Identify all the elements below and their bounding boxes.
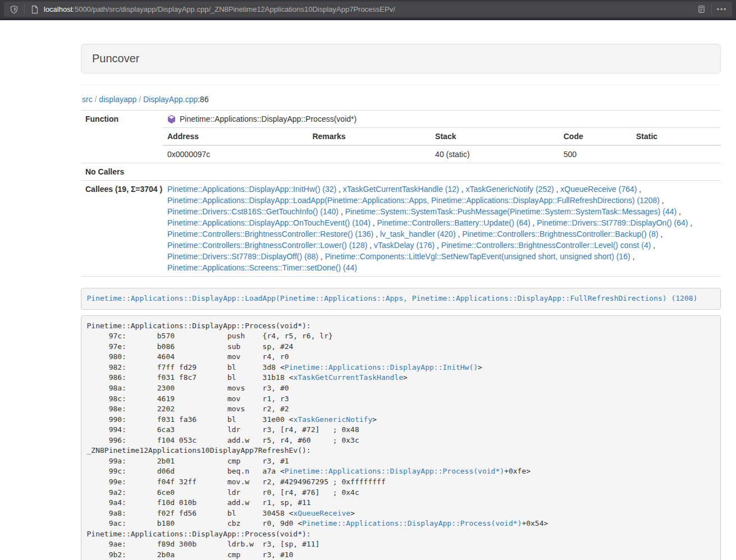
callee-link[interactable]: Pinetime::System::SystemTask::PushMessag… [345,207,677,216]
code-symbol-link[interactable]: Pinetime::Applications::DisplayApp::Proc… [285,467,504,475]
code-size-value: 500 [559,145,632,163]
breadcrumb-link[interactable]: src [82,95,93,104]
breadcrumb-link[interactable]: displayapp [99,95,136,104]
function-name-line: Pinetime::Applications::DisplayApp::Proc… [163,111,721,128]
callee-link[interactable]: Pinetime::Drivers::St7789::DisplayOn() (… [537,218,688,227]
page-icon[interactable] [29,4,40,15]
callee-link[interactable]: Pinetime::Controllers::BrightnessControl… [167,241,367,250]
urlbar-divider [24,4,25,15]
breadcrumb-line-number: :86 [198,95,208,104]
callee-link[interactable]: vTaskDelay (176) [374,241,435,250]
disassembly-code: Pinetime::Applications::DisplayApp::Proc… [81,315,721,560]
callee-link[interactable]: Pinetime::Applications::DisplayApp::Load… [167,196,660,205]
callees-label: Callees (19, Σ=3704 ) [81,181,163,276]
callees-list: Pinetime::Applications::DisplayApp::Init… [163,181,721,276]
col-header-stack: Stack [431,128,559,145]
reader-mode-icon[interactable] [696,4,707,15]
breadcrumb: src / displayapp / DisplayApp.cpp:86 [82,95,721,104]
no-callers-row: No Callers [81,163,721,181]
code-symbol-link[interactable]: Pinetime::Applications::DisplayApp::Proc… [302,519,522,527]
function-detail-table: Address Remarks Stack Code Static 0x0000… [163,128,721,163]
breadcrumb-separator: / [93,95,99,104]
callee-link[interactable]: Pinetime::Applications::DisplayApp::Init… [167,185,336,194]
toolbar-bottom-edge [0,19,736,20]
callee-link[interactable]: Pinetime::Drivers::Cst816S::GetTouchInfo… [167,207,339,216]
function-cube-icon [167,115,176,123]
callee-link[interactable]: Pinetime::Controllers::BrightnessControl… [462,229,658,238]
static-value [632,145,721,163]
callee-link[interactable]: xQueueReceive (764) [560,185,637,194]
browser-toolbar: localhost:5000/path/src/displayapp/Displ… [0,0,736,19]
callee-link[interactable]: Pinetime::Applications::DisplayApp::OnTo… [167,218,371,227]
col-header-remarks: Remarks [308,128,431,145]
app-title: Puncover [92,52,140,65]
remarks-value [308,145,431,163]
url-path: :5000/path/src/displayapp/DisplayApp.cpp… [72,5,395,13]
col-header-address: Address [163,128,308,145]
shield-icon[interactable] [8,4,20,15]
callee-link[interactable]: Pinetime::Controllers::Battery::Update()… [377,218,531,227]
col-header-static: Static [632,128,721,145]
url-host: localhost [44,5,72,13]
callees-row: Callees (19, Σ=3704 ) Pinetime::Applicat… [81,181,721,277]
breadcrumb-link[interactable]: DisplayApp.cpp [143,95,198,104]
url-text[interactable]: localhost:5000/path/src/displayapp/Displ… [44,5,696,13]
callee-link[interactable]: Pinetime::Components::LittleVgl::SetNewT… [325,252,630,261]
function-name: Pinetime::Applications::DisplayApp::Proc… [180,113,356,125]
overflow-menu-glyph: ••• [717,6,728,13]
code-symbol-link[interactable]: xTaskGenericNotify [293,415,372,424]
divider-rule [81,85,721,85]
function-table: Function Pinetime::Applications::Display… [81,110,721,277]
code-symbol-link[interactable]: xTaskGetCurrentTaskHandle [293,373,403,382]
callee-link[interactable]: Pinetime::Applications::Screens::Timer::… [167,263,357,272]
overflow-menu-icon[interactable]: ••• [716,4,728,15]
callee-link[interactable]: Pinetime::Controllers::BrightnessControl… [167,229,373,238]
no-callers-label: No Callers [81,163,163,180]
callee-link[interactable]: xTaskGetCurrentTaskHandle (12) [343,185,459,194]
callee-link[interactable]: xTaskGenericNotify (252) [465,185,554,194]
function-label: Function [81,111,163,163]
callee-link[interactable]: Pinetime::Controllers::BrightnessControl… [441,241,651,250]
code-symbol-link[interactable]: xQueueReceive [293,509,350,517]
callee-link[interactable]: lv_task_handler (420) [380,229,456,238]
app-title-banner: Puncover [81,44,721,74]
highlighted-callee-box: Pinetime::Applications::DisplayApp::Load… [81,288,721,310]
col-header-code: Code [559,128,632,145]
page-container: Puncover src / displayapp / DisplayApp.c… [81,44,721,560]
code-symbol-link[interactable]: Pinetime::Applications::DisplayApp::Init… [285,363,478,371]
breadcrumb-separator: / [136,95,143,104]
address-value: 0x0000097c [163,145,308,163]
callee-link[interactable]: Pinetime::Drivers::St7789::DisplayOff() … [167,252,318,261]
highlighted-callee-link[interactable]: Pinetime::Applications::DisplayApp::Load… [87,294,698,302]
stack-value: 40 (static) [431,145,559,163]
function-row: Function Pinetime::Applications::Display… [81,111,721,163]
table-row: 0x0000097c 40 (static) 500 [163,145,721,163]
urlbar-divider-2 [711,4,712,15]
url-bar[interactable]: localhost:5000/path/src/displayapp/Displ… [4,2,732,17]
